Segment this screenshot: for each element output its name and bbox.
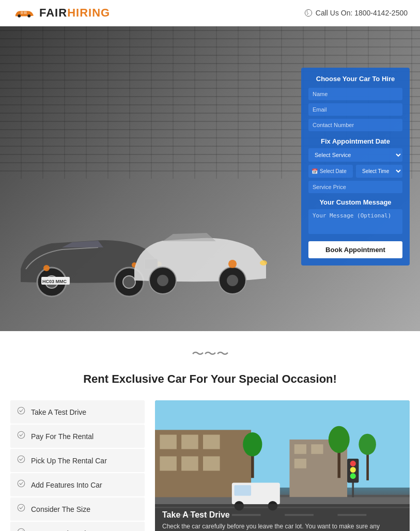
svg-point-16 xyxy=(227,275,238,286)
book-appointment-button[interactable]: Book Appointment xyxy=(308,241,402,258)
step-label: Take A Test Drive xyxy=(31,408,86,416)
wave-icon: 〜〜〜 xyxy=(192,346,229,362)
svg-text:HC03 MMC: HC03 MMC xyxy=(42,279,67,284)
step-icon xyxy=(17,455,26,466)
fix-date-label: Fix Appointment Date xyxy=(308,137,402,145)
step-item[interactable]: Pick Up The Rental Car xyxy=(10,449,145,472)
email-input[interactable] xyxy=(308,103,402,116)
svg-rect-34 xyxy=(294,444,306,454)
step-item[interactable]: Add Features Into Car xyxy=(10,473,145,496)
svg-point-23 xyxy=(18,504,25,511)
step-label: Consider The Size xyxy=(31,505,90,513)
svg-rect-31 xyxy=(181,456,198,471)
time-select[interactable]: Select Time 9:00 AM 10:00 AM 11:00 AM 12… xyxy=(356,165,402,178)
call-area: Call Us On: 1800-4142-2500 xyxy=(304,9,408,17)
step-label: Pay For The Rental xyxy=(31,432,94,441)
bottom-content: Take A Test Drive Pay For The Rental Pic… xyxy=(0,400,420,531)
svg-point-0 xyxy=(18,14,21,18)
svg-rect-27 xyxy=(160,435,177,449)
svg-rect-29 xyxy=(203,435,220,449)
svg-point-56 xyxy=(350,467,356,473)
service-select[interactable]: Select Service Service 1 Service 2 xyxy=(308,148,402,162)
svg-rect-50 xyxy=(234,485,251,495)
svg-point-42 xyxy=(359,434,376,455)
service-price-input[interactable] xyxy=(308,181,402,193)
date-label: Select Date xyxy=(320,168,347,174)
contact-input[interactable] xyxy=(308,119,402,131)
svg-point-38 xyxy=(243,432,262,457)
step-icon xyxy=(17,527,26,531)
step-icon xyxy=(17,430,26,442)
svg-rect-30 xyxy=(160,456,177,471)
svg-point-20 xyxy=(18,431,25,439)
call-text: Call Us On: 1800-4142-2500 xyxy=(316,9,408,17)
message-textarea[interactable] xyxy=(308,209,402,234)
svg-point-21 xyxy=(18,456,25,463)
svg-point-55 xyxy=(350,461,356,466)
date-time-row: 📅 Select Date Select Time 9:00 AM 10:00 … xyxy=(308,165,402,178)
svg-rect-36 xyxy=(294,459,306,468)
svg-point-2 xyxy=(305,9,312,16)
image-card: Take A Test Drive Check the car carefull… xyxy=(155,400,410,531)
header: FAIRHIRING Call Us On: 1800-4142-2500 xyxy=(0,0,420,26)
svg-rect-35 xyxy=(311,444,323,454)
svg-rect-28 xyxy=(181,435,198,449)
logo-area: FAIRHIRING xyxy=(12,6,110,20)
svg-point-14 xyxy=(157,275,168,286)
step-item[interactable]: Consider The Size xyxy=(10,497,145,521)
image-card-overlay: Take A Test Drive Check the car carefull… xyxy=(155,504,410,531)
step-item[interactable]: Pay For The Rental xyxy=(10,425,145,448)
steps-list: Take A Test Drive Pay For The Rental Pic… xyxy=(10,400,145,531)
svg-point-40 xyxy=(329,426,350,453)
svg-point-17 xyxy=(260,260,267,266)
svg-point-24 xyxy=(18,528,25,531)
step-label: Compare The Prices xyxy=(31,529,97,532)
booking-form: Choose Your Car To Hire Fix Appointment … xyxy=(301,68,410,266)
section-title: Rent Exclusive Car For Your Special Occa… xyxy=(0,372,420,386)
calendar-icon: 📅 xyxy=(312,168,318,174)
custom-message-label: Your Custom Message xyxy=(308,198,402,206)
car-right-illustration xyxy=(129,202,274,305)
step-icon xyxy=(17,406,26,418)
phone-icon xyxy=(304,9,313,17)
svg-point-57 xyxy=(350,473,356,479)
date-field[interactable]: 📅 Select Date xyxy=(308,165,353,178)
svg-point-11 xyxy=(43,265,50,271)
image-card-description: Check the car carefully before you leave… xyxy=(162,522,402,531)
car-logo-icon xyxy=(12,7,35,19)
svg-point-1 xyxy=(27,14,30,18)
svg-point-18 xyxy=(228,260,237,268)
step-item[interactable]: Compare The Prices xyxy=(10,522,145,531)
divider-section: 〜〜〜 xyxy=(0,331,420,372)
step-icon xyxy=(17,479,26,491)
image-card-title: Take A Test Drive xyxy=(162,510,402,520)
svg-point-22 xyxy=(18,480,25,487)
logo-text: FAIRHIRING xyxy=(39,6,110,20)
step-label: Pick Up The Rental Car xyxy=(31,457,107,465)
hero-section: HC03 MMC Choose Your Car To Hire Fix App… xyxy=(0,26,420,331)
svg-rect-32 xyxy=(203,456,220,471)
step-icon xyxy=(17,503,26,515)
step-label: Add Features Into Car xyxy=(31,481,102,489)
svg-point-19 xyxy=(18,407,25,414)
form-title: Choose Your Car To Hire xyxy=(308,75,402,83)
name-input[interactable] xyxy=(308,88,402,100)
step-item[interactable]: Take A Test Drive xyxy=(10,400,145,424)
